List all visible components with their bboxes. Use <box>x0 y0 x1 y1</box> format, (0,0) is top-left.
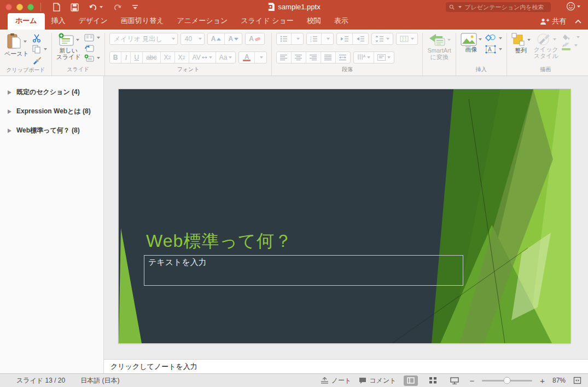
numbering-button[interactable]: 123 <box>307 33 322 44</box>
reset-slide-button[interactable] <box>84 44 100 52</box>
smartart-dropdown-caret[interactable] <box>447 39 451 41</box>
quick-styles-button[interactable]: クイックスタイル <box>534 33 558 59</box>
collapse-ribbon-icon[interactable] <box>575 20 581 24</box>
insert-textbox-button[interactable]: A <box>485 45 502 54</box>
tab-insert[interactable]: 挿入 <box>45 14 72 30</box>
section-collapse-triangle-icon[interactable] <box>8 109 11 114</box>
search-field[interactable] <box>446 2 551 12</box>
zoom-percentage[interactable]: 87% <box>552 377 566 384</box>
normal-view-button[interactable] <box>404 376 418 386</box>
share-button[interactable]: 共有 <box>540 16 566 26</box>
feedback-smiley-icon[interactable] <box>566 2 580 11</box>
search-input[interactable] <box>464 4 548 10</box>
new-slide-dropdown-caret[interactable] <box>76 39 79 41</box>
strikethrough-button[interactable]: abc <box>143 52 160 63</box>
undo-button[interactable] <box>89 3 103 11</box>
superscript-button[interactable]: X2 <box>161 52 175 63</box>
bold-button[interactable]: B <box>110 52 122 63</box>
character-spacing-button[interactable]: AV <box>189 52 216 63</box>
zoom-slider-thumb[interactable] <box>504 377 511 384</box>
close-window-button[interactable] <box>5 4 12 10</box>
clear-formatting-button[interactable]: A <box>246 33 264 44</box>
arrange-button[interactable]: 整列 <box>511 33 531 54</box>
redo-button[interactable] <box>113 3 122 11</box>
slide-sorter-view-button[interactable] <box>426 376 440 386</box>
layout-button[interactable] <box>84 34 100 42</box>
bullets-caret[interactable] <box>292 33 303 44</box>
slide-title[interactable]: Web標準って何？ <box>146 229 293 253</box>
subscript-button[interactable]: X2 <box>175 52 189 63</box>
save-icon[interactable] <box>71 3 79 11</box>
notes-toggle-button[interactable]: ノート <box>321 376 352 385</box>
minimize-window-button[interactable] <box>16 4 23 10</box>
grow-font-button[interactable]: A <box>208 33 225 44</box>
arrange-dropdown-caret[interactable] <box>527 39 531 41</box>
quick-styles-caret[interactable] <box>553 38 556 41</box>
search-scope-caret[interactable] <box>458 6 462 8</box>
underline-button[interactable]: U <box>131 52 143 63</box>
copy-dropdown-caret[interactable] <box>44 48 47 50</box>
align-text-vertical-button[interactable] <box>374 52 394 63</box>
font-color-button[interactable]: A <box>239 52 255 63</box>
outline-dropdown-caret[interactable] <box>574 44 578 47</box>
tab-home[interactable]: ホーム <box>8 13 45 30</box>
font-size-select[interactable]: 40 <box>181 33 205 45</box>
section-collapse-triangle-icon[interactable] <box>8 90 11 95</box>
fill-dropdown-caret[interactable] <box>577 36 580 38</box>
shape-fill-button[interactable] <box>562 34 580 41</box>
increase-indent-button[interactable] <box>353 33 368 44</box>
format-painter-button[interactable] <box>32 56 47 65</box>
tab-slideshow[interactable]: スライド ショー <box>234 14 300 30</box>
slide-canvas[interactable]: Web標準って何？ テキストを入力 <box>104 76 588 359</box>
new-slide-button[interactable]: 新しいスライド <box>56 33 81 60</box>
insert-shapes-button[interactable] <box>485 34 502 43</box>
align-left-button[interactable] <box>277 52 292 63</box>
zoom-out-button[interactable]: − <box>469 376 474 385</box>
shrink-font-button[interactable]: A <box>225 33 242 44</box>
slide-body-placeholder[interactable]: テキストを入力 <box>144 255 463 286</box>
shapes-dropdown-caret[interactable] <box>499 37 502 39</box>
numbering-caret[interactable] <box>322 33 333 44</box>
section-expression-web[interactable]: Expression Webとは (8) <box>0 102 103 121</box>
section-button[interactable] <box>84 54 100 62</box>
slide[interactable]: Web標準って何？ テキストを入力 <box>119 89 570 343</box>
slideshow-view-button[interactable] <box>447 376 462 386</box>
customize-toolbar-icon[interactable] <box>132 4 138 10</box>
undo-dropdown-caret[interactable] <box>100 6 103 8</box>
picture-dropdown-caret[interactable] <box>479 38 482 41</box>
language-indicator[interactable]: 日本語 (日本) <box>80 376 119 385</box>
layout-dropdown-caret[interactable] <box>97 37 100 39</box>
align-center-button[interactable] <box>292 52 306 63</box>
zoom-in-button[interactable]: + <box>540 376 545 385</box>
distribute-text-button[interactable] <box>336 52 350 63</box>
tab-view[interactable]: 表示 <box>328 14 355 30</box>
paste-button[interactable]: ペースト <box>4 33 29 57</box>
convert-to-smartart-button[interactable]: SmartArtに変換 <box>427 33 451 60</box>
align-right-button[interactable] <box>306 52 321 63</box>
change-case-button[interactable]: Aa <box>216 52 236 63</box>
tab-animations[interactable]: アニメーション <box>170 14 234 30</box>
font-name-select[interactable]: メイリオ 見出し <box>109 33 178 45</box>
tab-design[interactable]: デザイン <box>72 14 114 30</box>
font-color-caret[interactable] <box>255 52 266 63</box>
comments-toggle-button[interactable]: コメント <box>359 376 396 385</box>
feedback-caret[interactable] <box>577 5 580 8</box>
cut-button[interactable] <box>32 34 47 43</box>
columns-button[interactable] <box>397 33 417 44</box>
zoom-slider[interactable] <box>482 380 532 382</box>
zoom-window-button[interactable] <box>27 4 34 10</box>
text-direction-button[interactable]: A <box>354 52 374 63</box>
justify-button[interactable] <box>321 52 336 63</box>
decrease-indent-button[interactable] <box>337 33 353 44</box>
section-web-standards[interactable]: Web標準って何？ (8) <box>0 121 103 140</box>
tab-transitions[interactable]: 画面切り替え <box>114 14 171 30</box>
new-presentation-icon[interactable] <box>53 3 61 11</box>
notes-pane[interactable]: クリックしてノートを入力 <box>104 359 588 373</box>
tab-review[interactable]: 校閲 <box>300 14 328 30</box>
textbox-dropdown-caret[interactable] <box>499 48 502 50</box>
section-collapse-triangle-icon[interactable] <box>8 129 11 133</box>
copy-button[interactable] <box>32 45 47 54</box>
section-default[interactable]: 既定のセクション (4) <box>0 83 103 102</box>
insert-picture-button[interactable]: 画像 <box>461 33 482 53</box>
italic-button[interactable]: I <box>121 52 131 63</box>
